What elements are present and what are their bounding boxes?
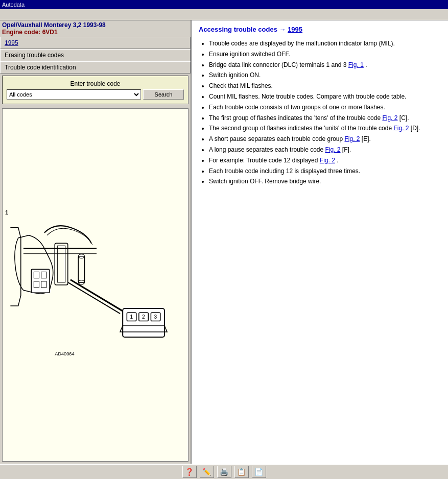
content-title-arrow: →	[279, 26, 288, 33]
search-section: Enter trouble code All codes Search	[2, 76, 188, 104]
fig2d-link[interactable]: Fig. 2	[393, 125, 409, 132]
fig1-link[interactable]: Fig. 1	[348, 61, 364, 68]
list-item: Switch ignition OFF. Remove bridge wire.	[209, 177, 441, 186]
right-panel: Accessing trouble codes → 1995 Trouble c…	[192, 20, 448, 464]
list-item: Switch ignition ON.	[209, 71, 441, 80]
list-item: A short pause separates each trouble cod…	[209, 135, 441, 143]
title-bar-text: Autodata	[2, 2, 25, 8]
content-title-text: Accessing trouble codes	[199, 26, 277, 33]
svg-text:2: 2	[142, 314, 145, 320]
list-item: The first group of flashes indicates the…	[209, 114, 441, 123]
fig2ex-link[interactable]: Fig. 2	[320, 157, 335, 164]
page-button[interactable]: 📄	[252, 466, 266, 478]
main-container: Opel/Vauxhall Monterey 3,2 1993-98 Engin…	[0, 20, 448, 464]
title-bar: Autodata	[0, 0, 448, 9]
bullet-list: Trouble codes are displayed by the malfu…	[209, 39, 441, 186]
help-button[interactable]: ❓	[182, 466, 197, 478]
list-item: Check that MIL flashes.	[209, 82, 441, 90]
list-item: Ensure ignition switched OFF.	[209, 50, 441, 59]
diagram-svg: 1 2 3	[3, 109, 188, 461]
search-row: All codes Search	[7, 89, 184, 100]
list-item: Each trouble code including 12 is displa…	[209, 167, 441, 176]
fig2c-link[interactable]: Fig. 2	[382, 114, 397, 122]
svg-text:1: 1	[130, 314, 133, 320]
content-title: Accessing trouble codes → 1995	[199, 26, 441, 33]
svg-rect-0	[3, 207, 188, 364]
search-select[interactable]: All codes	[7, 89, 141, 100]
list-item: Bridge data link connector (DLC) termina…	[209, 61, 441, 69]
svg-text:AD40064: AD40064	[55, 351, 74, 356]
svg-text:3: 3	[154, 314, 157, 320]
figure-area-container: 1 2 3	[0, 106, 191, 464]
left-panel: Opel/Vauxhall Monterey 3,2 1993-98 Engin…	[0, 20, 192, 464]
nav-trouble-id[interactable]: Trouble code identification	[0, 61, 191, 74]
vehicle-header: Opel/Vauxhall Monterey 3,2 1993-98 Engin…	[0, 20, 191, 37]
list-item: The second group of flashes indicates th…	[209, 124, 441, 133]
left-panel-top: Opel/Vauxhall Monterey 3,2 1993-98 Engin…	[0, 20, 191, 106]
list-item: Each trouble code consists of two groups…	[209, 103, 441, 112]
fig2e-link[interactable]: Fig. 2	[345, 135, 360, 142]
svg-text:1: 1	[5, 209, 8, 215]
list-item: A long pause separates each trouble code…	[209, 146, 441, 154]
content-year-link[interactable]: 1995	[288, 26, 302, 33]
list-item: For example: Trouble code 12 displayed F…	[209, 156, 441, 165]
print-button[interactable]: 🖨️	[217, 466, 231, 478]
fig2f-link[interactable]: Fig. 2	[325, 146, 341, 153]
figure-area: 1 2 3	[2, 108, 188, 462]
search-button[interactable]: Search	[143, 89, 184, 100]
nav-year[interactable]: 1995	[0, 37, 191, 49]
vehicle-title: Opel/Vauxhall Monterey 3,2 1993-98	[2, 21, 188, 29]
bottom-toolbar: ❓ ✏️ 🖨️ 📋 📄	[0, 464, 448, 479]
nav-erase[interactable]: Erasing trouble codes	[0, 49, 191, 61]
list-item: Count MIL flashes. Note trouble codes. C…	[209, 92, 441, 101]
list-item: Trouble codes are displayed by the malfu…	[209, 39, 441, 48]
copy-button[interactable]: 📋	[234, 466, 249, 478]
edit-button[interactable]: ✏️	[200, 466, 214, 478]
search-label: Enter trouble code	[7, 80, 184, 87]
engine-code: Engine code: 6VD1	[2, 29, 188, 36]
top-toolbar	[0, 9, 448, 20]
